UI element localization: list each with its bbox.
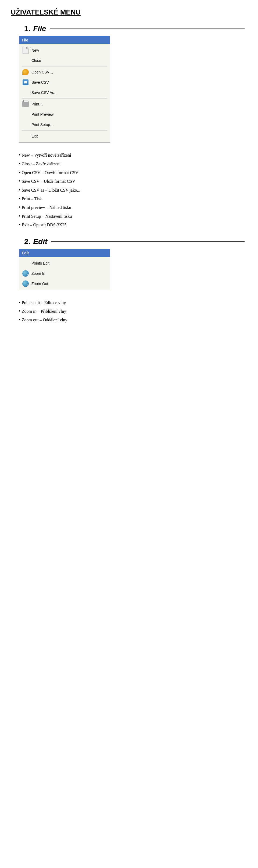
page-title: UŽIVATELSKÉ MENU	[11, 8, 247, 17]
new-icon	[22, 46, 29, 54]
printpreview-icon-placeholder	[22, 111, 29, 118]
bullet-savecsv: Save CSV – Uloží formát CSV	[19, 177, 242, 185]
bullet-print: Print – Tisk	[19, 194, 242, 203]
section-1: 1. File File New Close	[11, 25, 247, 229]
file-menu-bar-label[interactable]: File	[19, 37, 38, 43]
file-menu-exit-label: Exit	[31, 134, 107, 138]
file-menu-opencsv-label: Open CSV…	[31, 70, 107, 74]
section2-underline	[51, 241, 245, 242]
pointsedit-icon-placeholder	[22, 259, 29, 267]
edit-menu-item-zoomin[interactable]: Zoom In	[19, 268, 110, 279]
bullet-zoomout: Zoom out – Oddálení vlny	[19, 315, 242, 324]
file-menu-printpreview-label: Print Preview	[31, 112, 107, 117]
edit-menu-zoomin-label: Zoom In	[31, 271, 107, 276]
bullet-opencsv: Open CSV – Otevře formát CSV	[19, 168, 242, 177]
print-icon	[22, 100, 29, 108]
exit-icon-placeholder	[22, 132, 29, 140]
edit-menu-mockup: Edit Points Edit Zoom In Zoom Out	[19, 249, 110, 290]
file-menu-item-close[interactable]: Close	[19, 56, 110, 66]
file-menu-items: New Close Open CSV… Save CSV	[19, 44, 110, 143]
section2-bullets: Points edit – Editace vlny Zoom in – Při…	[19, 298, 242, 324]
edit-menu-items: Points Edit Zoom In Zoom Out	[19, 257, 110, 290]
edit-menu-item-zoomout[interactable]: Zoom Out	[19, 279, 110, 289]
file-menu-savecsvAs-label: Save CSV As…	[31, 90, 107, 95]
file-menu-savecsv-label: Save CSV	[31, 80, 107, 85]
edit-menu-zoomout-label: Zoom Out	[31, 282, 107, 286]
zoomin-icon	[22, 270, 29, 277]
file-menu-item-savecsv[interactable]: Save CSV	[19, 77, 110, 88]
printsetup-icon-placeholder	[22, 121, 29, 128]
savecsv-icon	[22, 79, 29, 86]
file-menu-item-print[interactable]: Print…	[19, 99, 110, 109]
file-menu-new-label: New	[31, 48, 107, 53]
section1-underline	[50, 29, 245, 29]
bullet-close: Close – Zavře zařízení	[19, 159, 242, 168]
zoomout-icon	[22, 280, 29, 287]
section2-number: 2.	[24, 238, 30, 246]
file-menu-printsetup-label: Print Setup…	[31, 122, 107, 127]
edit-menu-pointsedit-label: Points Edit	[31, 261, 107, 266]
file-menu-item-savecsvAs[interactable]: Save CSV As…	[19, 88, 110, 98]
bullet-zoomin: Zoom in – Přiblížení vlny	[19, 307, 242, 315]
file-menu-item-printsetup[interactable]: Print Setup…	[19, 120, 110, 130]
bullet-savecsvAs: Save CSV as – Uložit CSV jako...	[19, 186, 242, 194]
bullet-new: New – Vytvoří nové zařízení	[19, 151, 242, 159]
section1-bullets: New – Vytvoří nové zařízení Close – Zavř…	[19, 151, 242, 229]
section-2: 2. Edit Edit Points Edit Zoom In	[11, 238, 247, 324]
file-menu-item-printpreview[interactable]: Print Preview	[19, 109, 110, 120]
savecsvAs-icon-placeholder	[22, 89, 29, 96]
section2-title: Edit	[33, 238, 47, 246]
section2-heading: 2. Edit	[24, 238, 247, 246]
file-menu-close-label: Close	[31, 58, 107, 63]
file-menu-item-new[interactable]: New	[19, 45, 110, 56]
bullet-exit: Exit – Opustit DDS-3X25	[19, 220, 242, 229]
edit-menu-bar-label[interactable]: Edit	[19, 250, 38, 256]
separator-1	[22, 66, 107, 66]
edit-menu-bar-row: Edit	[19, 249, 110, 257]
section1-title: File	[33, 25, 46, 33]
bullet-printsetup: Print Setup – Nastavení tisku	[19, 212, 242, 220]
file-menu-print-label: Print…	[31, 102, 107, 106]
bullet-pointsedit: Points edit – Editace vlny	[19, 298, 242, 307]
file-menu-bar-row: File	[19, 36, 110, 44]
file-menu-mockup: File New Close Open CSV…	[19, 36, 110, 143]
edit-menu-item-pointsedit[interactable]: Points Edit	[19, 258, 110, 268]
opencsv-icon	[22, 68, 29, 76]
file-menu-item-opencsv[interactable]: Open CSV…	[19, 67, 110, 77]
close-icon-placeholder	[22, 57, 29, 64]
section1-heading: 1. File	[24, 25, 247, 33]
file-menu-item-exit[interactable]: Exit	[19, 131, 110, 141]
bullet-printpreview: Print preview – Náhled tisku	[19, 203, 242, 212]
section1-number: 1.	[24, 25, 30, 33]
